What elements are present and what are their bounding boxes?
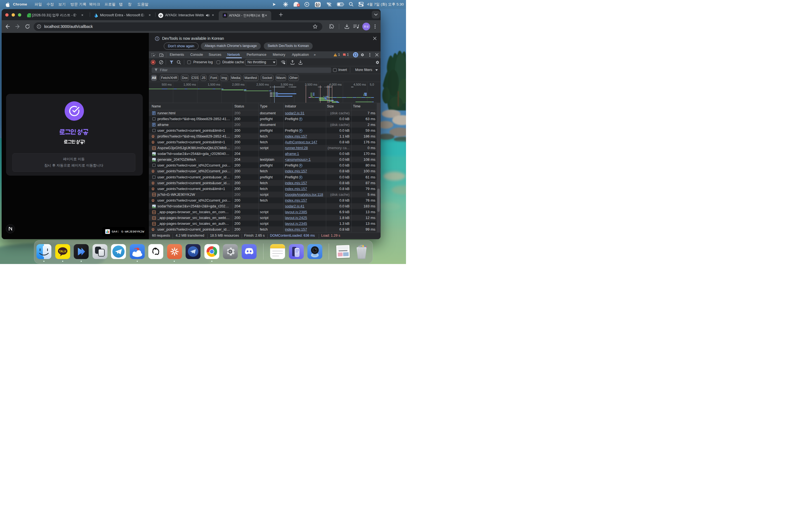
svg-text:TALK: TALK: [59, 249, 67, 253]
